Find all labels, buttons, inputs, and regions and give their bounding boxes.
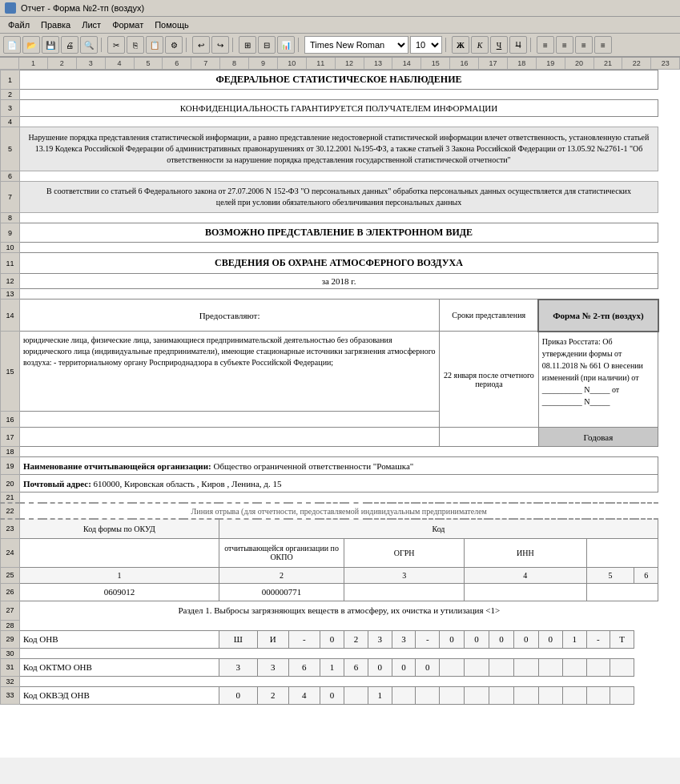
provides-content-2 [20, 412, 440, 428]
format-btn[interactable]: ⚙ [165, 36, 183, 54]
strikethrough-btn[interactable]: Ч [509, 36, 527, 54]
address-value: 610000, Кировская область , Киров , Лени… [94, 479, 282, 488]
underline-btn[interactable]: Ч [490, 36, 508, 54]
empty-row-6 [20, 171, 658, 182]
col-22: 22 [622, 58, 651, 69]
spreadsheet-area[interactable]: 1 ФЕДЕРАЛЬНОЕ СТАТИСТИЧЕСКОЕ НАБЛЮДЕНИЕ … [0, 70, 680, 758]
row-num-22: 22 [1, 503, 20, 519]
sheet-table: 1 ФЕДЕРАЛЬНОЕ СТАТИСТИЧЕСКОЕ НАБЛЮДЕНИЕ … [0, 70, 680, 705]
sep3 [232, 38, 235, 52]
okud-value: 0609012 [20, 583, 219, 601]
org-name-row: Наименование отчитывающейся организации:… [20, 457, 658, 475]
col-18: 18 [508, 58, 537, 69]
okved-cell-12 [538, 686, 562, 704]
okved-cell-6 [392, 686, 416, 704]
col-6: 6 [163, 58, 191, 69]
menu-sheet[interactable]: Лист [77, 18, 106, 31]
menu-help[interactable]: Помощь [150, 18, 194, 31]
print-btn[interactable]: 🖨 [61, 36, 78, 54]
table-row: 1 ФЕДЕРАЛЬНОЕ СТАТИСТИЧЕСКОЕ НАБЛЮДЕНИЕ [1, 70, 680, 90]
font-select[interactable]: Times New Roman [304, 36, 408, 54]
empty-row-30 [20, 648, 658, 658]
new-btn[interactable]: 📄 [3, 36, 21, 54]
save-btn[interactable]: 💾 [42, 36, 59, 54]
col-2: 2 [48, 58, 77, 69]
align-left-btn[interactable]: ≡ [537, 36, 554, 54]
undo-btn[interactable]: ↩ [192, 36, 210, 54]
col-11: 11 [307, 58, 336, 69]
align-justify-btn[interactable]: ≡ [594, 36, 612, 54]
table-row: 14 Предоставляют: Сроки представления Фо… [1, 300, 680, 332]
okved-cell-14 [586, 686, 610, 704]
col-23: 23 [651, 58, 680, 69]
extra-col1 [586, 538, 658, 567]
ruler-corner [0, 58, 19, 69]
oktmo-cell-13 [562, 658, 586, 676]
table-btn[interactable]: ⊞ [239, 36, 256, 54]
col-num-3: 3 [344, 567, 465, 583]
paste-btn[interactable]: 📋 [146, 36, 163, 54]
table-row: 17 Годовая [1, 428, 680, 447]
provides-content: юридические лица, физические лица, заним… [20, 332, 440, 412]
table-row-dashed: 22 Линия отрыва (для отчетности, предост… [1, 503, 680, 519]
onv-cell-2: - [288, 630, 320, 648]
onv-cell-9: 0 [465, 630, 489, 648]
table-row: 23 Код формы по ОКУД Код [1, 519, 680, 538]
row-num-23: 23 [1, 519, 20, 538]
okved-cell-15 [610, 686, 634, 704]
preview-btn[interactable]: 🔍 [80, 36, 98, 54]
cut-btn[interactable]: ✂ [107, 36, 125, 54]
table-row: 28 [1, 620, 680, 630]
row-num-7: 7 [1, 182, 20, 213]
col-10: 10 [278, 58, 307, 69]
row-num-32: 32 [1, 676, 20, 686]
size-select[interactable]: 10 [410, 36, 442, 54]
row-num-17: 17 [1, 428, 20, 447]
table-row: 13 [1, 289, 680, 300]
bold-btn[interactable]: Ж [452, 36, 469, 54]
menu-edit[interactable]: Правка [36, 18, 75, 31]
onv-cell-13: 1 [562, 630, 586, 648]
empty-row-13 [20, 289, 658, 300]
onv-cell-7: - [416, 630, 440, 648]
inn-subheader: ИНН [465, 538, 587, 567]
align-right-btn[interactable]: ≡ [575, 36, 593, 54]
row-num-9: 9 [1, 223, 20, 243]
italic-btn[interactable]: К [471, 36, 489, 54]
col-num-6: 6 [634, 567, 658, 583]
table-row: 26 0609012 000000771 [1, 583, 680, 601]
table-row: 21 [1, 493, 680, 504]
menu-bar: Файл Правка Лист Формат Помощь [0, 17, 680, 34]
org-name-label: Наименование отчитывающейся организации: [23, 461, 211, 471]
row-num-29: 29 [1, 630, 20, 648]
open-btn[interactable]: 📂 [22, 36, 40, 54]
menu-format[interactable]: Формат [107, 18, 148, 31]
sep1 [101, 38, 104, 52]
personal-data-notice: В соответствии со статьей 6 Федерального… [20, 182, 658, 213]
oktmo-cell-3: 1 [320, 658, 344, 676]
copy-btn[interactable]: ⎘ [127, 36, 144, 54]
deadline-header: Сроки представления [440, 300, 539, 332]
table-row: 6 [1, 171, 680, 182]
menu-file[interactable]: Файл [3, 18, 34, 31]
onv-cell-5: 3 [368, 630, 392, 648]
redo-btn[interactable]: ↪ [211, 36, 229, 54]
onv-cell-12: 0 [538, 630, 562, 648]
chart-btn[interactable]: 📊 [277, 36, 295, 54]
align-center-btn[interactable]: ≡ [556, 36, 573, 54]
row-num-10: 10 [1, 243, 20, 253]
col-20: 20 [565, 58, 594, 69]
ogrn-subheader: ОГРН [344, 538, 465, 567]
confidentiality-title: КОНФИДЕНЦИАЛЬНОСТЬ ГАРАНТИРУЕТСЯ ПОЛУЧАТ… [20, 100, 658, 117]
table2-btn[interactable]: ⊟ [258, 36, 276, 54]
col-7: 7 [191, 58, 220, 69]
col-13: 13 [364, 58, 393, 69]
okved-empty [634, 686, 658, 704]
col-4: 4 [106, 58, 135, 69]
okved-label: Код ОКВЭД ОНВ [20, 686, 219, 704]
deadline-content: 22 января после отчетного периода [440, 332, 539, 428]
col-9: 9 [249, 58, 278, 69]
row-num-15: 15 [1, 332, 20, 412]
window-title: Отчет - Форма №2-тп (воздух) [21, 3, 144, 13]
row-num-26: 26 [1, 583, 20, 601]
